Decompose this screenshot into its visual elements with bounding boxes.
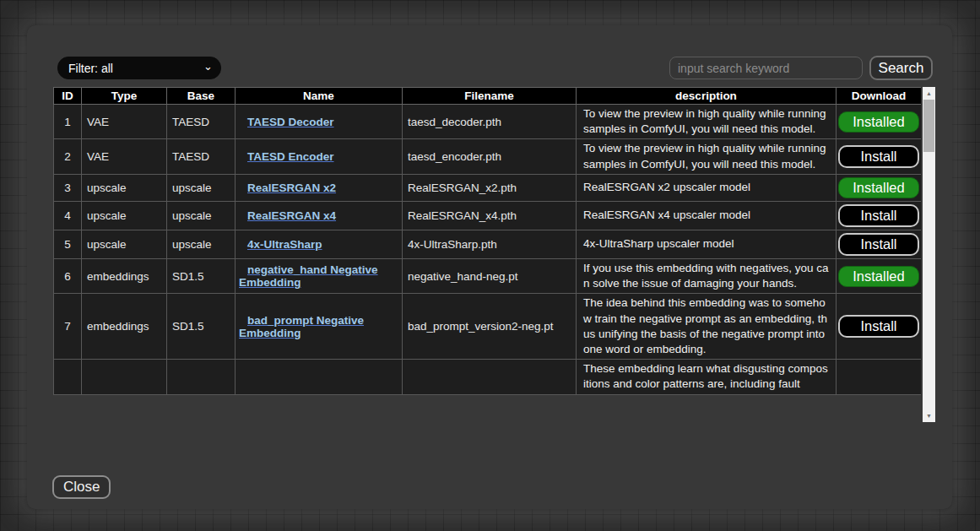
header-cell: Filename bbox=[403, 88, 577, 105]
cell-base: upscale bbox=[167, 174, 236, 201]
header-cell: description bbox=[577, 88, 837, 105]
cell-download: Installed bbox=[837, 105, 922, 139]
cell-name: negative_hand Negative Embedding bbox=[236, 258, 403, 293]
install-button[interactable]: Install bbox=[838, 204, 919, 227]
cell-type: upscale bbox=[82, 174, 167, 201]
model-name-link[interactable]: negative_hand Negative Embedding bbox=[239, 263, 378, 289]
cell-filename: taesd_decoder.pth bbox=[403, 105, 577, 139]
cell-filename: RealESRGAN_x2.pth bbox=[403, 174, 577, 201]
cell-id: 7 bbox=[54, 294, 82, 360]
cell-base: SD1.5 bbox=[167, 258, 236, 293]
model-name-link[interactable]: 4x-UltraSharp bbox=[247, 238, 322, 251]
table-row: These embedding learn what disgusting co… bbox=[54, 360, 922, 394]
header-cell: Name bbox=[236, 88, 403, 105]
cell-type: embeddings bbox=[82, 294, 167, 360]
cell-id: 5 bbox=[54, 230, 82, 258]
model-table-container: IDTypeBaseNameFilenamedescriptionDownloa… bbox=[53, 87, 921, 422]
table-row: 6embeddingsSD1.5negative_hand Negative E… bbox=[54, 258, 922, 293]
cell-download: Installed bbox=[837, 174, 922, 201]
cell-id: 6 bbox=[54, 258, 82, 293]
install-button[interactable]: Install bbox=[838, 315, 919, 338]
installed-button[interactable]: Installed bbox=[838, 111, 919, 133]
cell-filename: 4x-UltraSharp.pth bbox=[403, 230, 577, 258]
cell-description: RealESRGAN x4 upscaler model bbox=[577, 201, 837, 230]
cell-filename: taesd_encoder.pth bbox=[403, 139, 577, 174]
cell-filename bbox=[403, 360, 577, 394]
cell-name: 4x-UltraSharp bbox=[236, 230, 403, 258]
header-cell: ID bbox=[54, 88, 82, 105]
table-row: 4upscaleupscaleRealESRGAN x4RealESRGAN_x… bbox=[54, 201, 922, 230]
cell-name bbox=[236, 360, 403, 394]
model-name-link[interactable]: TAESD Decoder bbox=[247, 116, 334, 128]
installed-button[interactable]: Installed bbox=[838, 266, 919, 287]
model-manager-dialog: Filter: all ⌄ Search IDTypeBaseNameFilen… bbox=[27, 25, 952, 509]
cell-id: 2 bbox=[54, 139, 82, 174]
table-row: 7embeddingsSD1.5bad_prompt Negative Embe… bbox=[54, 294, 922, 360]
table-row: 5upscaleupscale4x-UltraSharp4x-UltraShar… bbox=[54, 230, 922, 258]
cell-base: TAESD bbox=[167, 105, 236, 139]
model-name-link[interactable]: RealESRGAN x2 bbox=[247, 182, 336, 194]
cell-name: TAESD Encoder bbox=[236, 139, 403, 174]
cell-type: embeddings bbox=[82, 258, 167, 293]
model-name-link[interactable]: RealESRGAN x4 bbox=[247, 209, 336, 222]
cell-type bbox=[82, 360, 167, 394]
search-bar: Search bbox=[669, 56, 933, 80]
cell-description: 4x-UltraSharp upscaler model bbox=[577, 230, 837, 258]
installed-button[interactable]: Installed bbox=[838, 177, 919, 198]
table-header-row: IDTypeBaseNameFilenamedescriptionDownloa… bbox=[54, 88, 922, 105]
cell-name: RealESRGAN x4 bbox=[236, 201, 403, 230]
model-name-link[interactable]: TAESD Encoder bbox=[247, 150, 334, 163]
cell-download bbox=[837, 360, 922, 394]
scrollbar-up-icon[interactable]: ▲ bbox=[923, 88, 935, 99]
close-button[interactable]: Close bbox=[52, 475, 111, 499]
cell-description: If you use this embedding with negatives… bbox=[577, 258, 837, 293]
header-cell: Type bbox=[82, 88, 167, 105]
cell-description: To view the preview in high quality whil… bbox=[577, 139, 837, 174]
cell-download: Install bbox=[837, 139, 922, 174]
cell-type: VAE bbox=[82, 139, 167, 174]
cell-description: RealESRGAN x2 upscaler model bbox=[577, 174, 837, 201]
filter-select[interactable]: Filter: all bbox=[57, 57, 221, 79]
model-name-link[interactable]: bad_prompt Negative Embedding bbox=[239, 314, 364, 339]
cell-base: TAESD bbox=[167, 139, 236, 174]
cell-id: 3 bbox=[54, 174, 82, 201]
install-button[interactable]: Install bbox=[838, 233, 919, 256]
cell-filename: negative_hand-neg.pt bbox=[403, 258, 577, 293]
scrollbar-down-icon[interactable]: ▼ bbox=[923, 410, 935, 421]
cell-base: upscale bbox=[167, 201, 236, 230]
cell-download: Install bbox=[837, 294, 922, 360]
install-button[interactable]: Install bbox=[838, 145, 919, 168]
header-cell: Download bbox=[837, 88, 922, 105]
cell-description: The idea behind this embedding was to so… bbox=[577, 294, 837, 360]
cell-id: 4 bbox=[54, 201, 82, 230]
cell-download: Install bbox=[837, 230, 922, 258]
cell-description: To view the preview in high quality whil… bbox=[577, 105, 837, 139]
cell-name: bad_prompt Negative Embedding bbox=[236, 294, 403, 360]
cell-name: RealESRGAN x2 bbox=[236, 174, 403, 201]
scrollbar-thumb[interactable] bbox=[923, 100, 934, 152]
cell-base: upscale bbox=[167, 230, 236, 258]
header-cell: Base bbox=[167, 88, 236, 105]
table-scrollbar[interactable]: ▲ ▼ bbox=[923, 87, 935, 422]
model-table: IDTypeBaseNameFilenamedescriptionDownloa… bbox=[53, 87, 921, 395]
cell-id bbox=[54, 360, 82, 394]
cell-download: Install bbox=[837, 201, 922, 230]
cell-name: TAESD Decoder bbox=[236, 105, 403, 139]
cell-type: upscale bbox=[82, 201, 167, 230]
cell-description: These embedding learn what disgusting co… bbox=[577, 360, 837, 394]
cell-base: SD1.5 bbox=[167, 294, 236, 360]
cell-base bbox=[167, 360, 236, 394]
search-input[interactable] bbox=[669, 57, 863, 79]
table-row: 2VAETAESDTAESD Encodertaesd_encoder.pthT… bbox=[54, 139, 922, 174]
cell-filename: bad_prompt_version2-neg.pt bbox=[403, 294, 577, 360]
cell-download: Installed bbox=[837, 258, 922, 293]
cell-filename: RealESRGAN_x4.pth bbox=[403, 201, 577, 230]
table-row: 1VAETAESDTAESD Decodertaesd_decoder.pthT… bbox=[54, 105, 922, 139]
cell-type: VAE bbox=[82, 105, 167, 139]
cell-type: upscale bbox=[82, 230, 167, 258]
table-row: 3upscaleupscaleRealESRGAN x2RealESRGAN_x… bbox=[54, 174, 922, 201]
search-button[interactable]: Search bbox=[869, 56, 933, 80]
filter-dropdown-wrap: Filter: all ⌄ bbox=[57, 57, 221, 79]
cell-id: 1 bbox=[54, 105, 82, 139]
